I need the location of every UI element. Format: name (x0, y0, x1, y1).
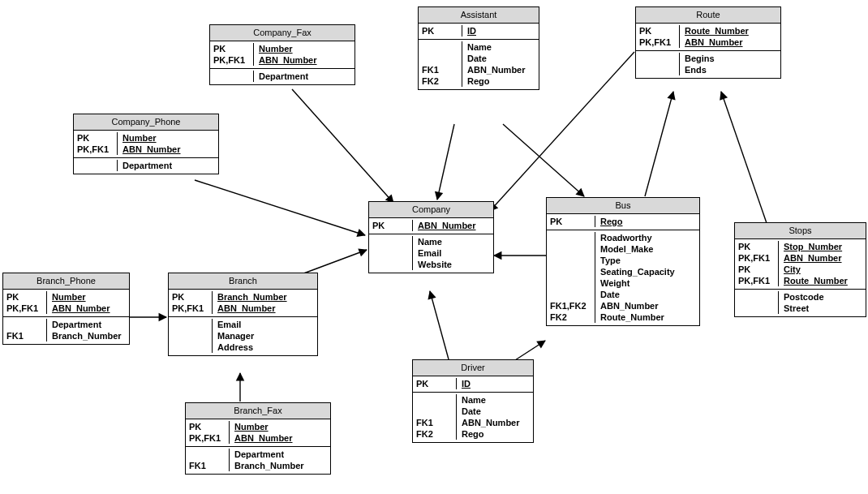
attr-column: PostcodeStreet (779, 291, 866, 314)
key-column: PK (419, 25, 462, 37)
attr-cell: Department (122, 160, 213, 171)
entity-section: PKPK,FK1NumberABN_Number (210, 41, 355, 69)
attr-cell: Number (259, 43, 350, 54)
key-cell (550, 277, 591, 289)
attr-cell: Ends (685, 64, 776, 75)
key-cell (550, 232, 591, 243)
entity-title: Stops (735, 223, 866, 239)
attr-cell: ABN_Number (217, 303, 312, 314)
attr-cell: Route_Number (784, 275, 861, 286)
attr-column: Department (118, 160, 218, 171)
key-column: PK (413, 378, 457, 389)
attr-cell: ABN_Number (259, 54, 350, 66)
entity-section: PKPK,FK1Route_NumberABN_Number (636, 24, 780, 51)
key-cell (372, 236, 409, 247)
key-cell (172, 319, 208, 330)
attr-cell: Branch_Number (52, 330, 124, 342)
attr-cell: ID (467, 25, 534, 37)
entity-title: Company_Phone (74, 114, 218, 131)
svg-line-12 (721, 92, 767, 223)
key-cell: PK (738, 241, 775, 252)
key-cell: FK1 (416, 417, 453, 428)
attr-column: NameDateABN_NumberRego (457, 394, 533, 440)
key-cell: PK (6, 291, 43, 303)
attr-cell: Seating_Capacity (600, 266, 694, 277)
attr-column: Department (254, 71, 355, 82)
attr-cell: Department (234, 449, 325, 460)
key-cell: PK,FK1 (213, 54, 250, 66)
attr-cell: Department (52, 319, 124, 330)
svg-line-0 (292, 89, 393, 203)
attr-cell: ABN_Number (418, 220, 488, 231)
attr-column: ID (462, 25, 539, 37)
key-column (210, 71, 254, 82)
entity-title: Driver (413, 360, 533, 376)
entity-route: Route PKPK,FK1Route_NumberABN_Number Beg… (635, 6, 781, 79)
attr-column: NumberABN_Number (47, 291, 129, 314)
entity-section: FK1FK2NameDateABN_NumberRego (413, 393, 533, 442)
attr-cell: ABN_Number (234, 432, 325, 444)
key-cell: PK (77, 132, 114, 144)
key-cell: FK1,FK2 (550, 300, 591, 311)
attr-cell: ABN_Number (784, 252, 861, 264)
key-cell (639, 64, 676, 75)
attr-cell: Stop_Number (784, 241, 861, 252)
entity-section: PKPK,FK1NumberABN_Number (3, 290, 129, 317)
key-cell (372, 247, 409, 259)
attr-column: EmailManagerAddress (213, 319, 317, 353)
key-column: PK (547, 216, 595, 227)
key-cell: PK,FK1 (639, 37, 676, 48)
attr-cell: Email (418, 247, 488, 259)
svg-line-5 (437, 124, 454, 200)
entity-company-phone: Company_Phone PKPK,FK1NumberABN_Number D… (73, 114, 219, 174)
entity-section: PKID (413, 376, 533, 393)
key-column: PKPK,FK1 (169, 291, 213, 314)
key-cell (550, 289, 591, 300)
key-cell (77, 160, 114, 171)
key-column (169, 319, 213, 353)
key-column: PKPK,FK1 (3, 291, 47, 314)
key-column: FK1 (3, 319, 47, 342)
attr-cell: Street (784, 303, 861, 314)
key-cell (738, 303, 775, 314)
attr-cell: Website (418, 259, 488, 270)
entity-section: NameEmailWebsite (369, 234, 493, 273)
entity-section: EmailManagerAddress (169, 317, 317, 355)
entity-assistant: Assistant PKID FK1FK2NameDateABN_NumberR… (418, 6, 539, 90)
entity-section: PKPK,FK1PKPK,FK1Stop_NumberABN_NumberCit… (735, 239, 866, 290)
key-cell: PK,FK1 (738, 275, 775, 286)
attr-cell: ABN_Number (600, 300, 694, 311)
attr-column: NameDateABN_NumberRego (462, 41, 539, 87)
key-column: FK1FK2 (419, 41, 462, 87)
attr-cell: Number (52, 291, 124, 303)
attr-cell: Model_Make (600, 243, 694, 255)
attr-cell: Postcode (784, 291, 861, 303)
attr-column: DepartmentBranch_Number (47, 319, 129, 342)
key-cell: PK,FK1 (189, 432, 226, 444)
entity-section: FK1FK2NameDateABN_NumberRego (419, 40, 539, 89)
key-cell: FK2 (416, 428, 453, 440)
key-cell: PK (372, 220, 409, 231)
entity-section: FK1DepartmentBranch_Number (186, 447, 330, 474)
key-cell (6, 319, 43, 330)
key-cell (172, 342, 208, 353)
key-column (636, 53, 680, 75)
key-column (369, 236, 413, 270)
entity-section: PKPK,FK1Branch_NumberABN_Number (169, 290, 317, 317)
attr-cell: Date (467, 53, 534, 64)
entity-section: PKID (419, 24, 539, 40)
entity-stops: Stops PKPK,FK1PKPK,FK1Stop_NumberABN_Num… (734, 222, 866, 317)
attr-column: Rego (595, 216, 699, 227)
attr-cell: City (784, 264, 861, 275)
attr-column: NumberABN_Number (118, 132, 218, 155)
entity-title: Route (636, 7, 780, 24)
attr-cell: Address (217, 342, 312, 353)
svg-line-7 (430, 291, 449, 359)
attr-cell: ABN_Number (467, 64, 534, 75)
attr-cell: Rego (462, 428, 528, 440)
entity-section: FK1,FK2FK2RoadworthyModel_MakeTypeSeatin… (547, 230, 699, 325)
key-column (735, 291, 779, 314)
key-cell: PK,FK1 (172, 303, 208, 314)
entity-title: Company_Fax (210, 25, 355, 41)
svg-line-6 (503, 124, 584, 196)
